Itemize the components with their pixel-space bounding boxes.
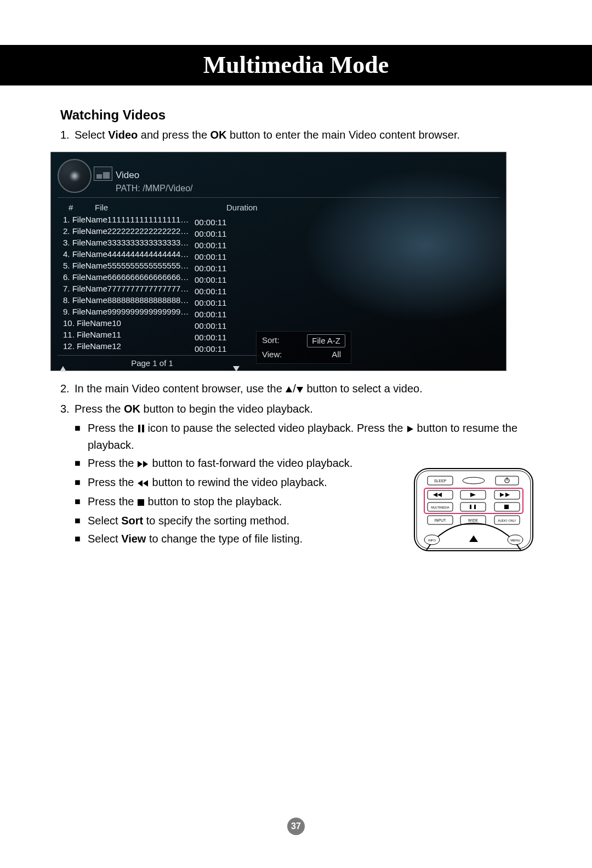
file-name: 6. FileName6666666666666666… (63, 271, 189, 283)
file-row: 8. FileName8888888888888888…00:00:11 (63, 294, 238, 306)
svg-rect-4 (138, 425, 140, 432)
file-row: 5. FileName5555555555555555…00:00:11 (63, 260, 238, 271)
file-name: 4. FileName4444444444444444… (63, 248, 189, 260)
remote-info-label: INFO (428, 539, 436, 542)
sort-view-panel: Sort: File A-Z View: All (256, 331, 351, 364)
bullet-pause-play: ■ Press the icon to pause the selected v… (75, 420, 532, 453)
instruction-list: 1. Select Video and press the OK button … (60, 127, 532, 547)
page-number-badge: 37 (287, 818, 305, 835)
bullet-stop: ■ Press the button to stop the playback. (75, 494, 367, 511)
file-row: 4. FileName4444444444444444…00:00:11 (63, 248, 238, 260)
play-icon (406, 421, 414, 437)
svg-marker-3 (297, 387, 303, 393)
stop-icon (137, 495, 145, 511)
page-title: Multimedia Mode (203, 52, 389, 78)
bullets-and-remote: ■ Press the icon to pause the selected v… (60, 420, 532, 547)
screenshot-path: PATH: /MMP/Video/ (116, 182, 192, 195)
pause-icon (137, 421, 145, 437)
svg-rect-25 (470, 505, 471, 509)
page-down-icon (233, 360, 240, 376)
file-row: 10. FileName1000:00:11 (63, 317, 238, 329)
file-name: 2. FileName2222222222222222… (63, 225, 189, 237)
file-row: 1. FileName1111111111111111…00:00:11 (63, 214, 238, 225)
step-1: 1. Select Video and press the OK button … (60, 127, 532, 143)
file-name: 7. FileName7777777777777777… (63, 283, 189, 294)
sort-row: Sort: File A-Z (260, 334, 348, 348)
page-title-bar: Multimedia Mode (0, 45, 592, 85)
svg-rect-24 (460, 502, 486, 511)
file-row: 7. FileName7777777777777777…00:00:11 (63, 283, 238, 294)
file-row: 11. FileName1100:00:11 (63, 329, 238, 340)
file-duration: 00:00:11 (195, 343, 238, 355)
file-name: 10. FileName10 (63, 317, 189, 329)
svg-rect-26 (474, 505, 476, 509)
screen-thumb-icon (94, 167, 112, 181)
down-triangle-icon (296, 382, 304, 398)
file-row: 6. FileName6666666666666666…00:00:11 (63, 271, 238, 283)
bullets-left-column: ■ Press the button to fast-forward the v… (60, 455, 367, 547)
col-header-file: File (95, 202, 108, 214)
file-name: 5. FileName5555555555555555… (63, 260, 189, 271)
svg-rect-39 (138, 499, 144, 506)
bullet-sort: ■ Select Sort to specify the sorting met… (75, 513, 367, 529)
remote-wide-label: WIDE (468, 518, 479, 522)
file-name: 11. FileName11 (63, 329, 189, 340)
svg-marker-6 (407, 426, 413, 432)
remote-audioonly-label: AUDIO ONLY (498, 519, 516, 522)
page-number: 37 (291, 821, 301, 831)
disc-icon (58, 159, 92, 193)
remote-diagram: SLEEP (410, 465, 537, 553)
remote-multimedia-label: MULTIMEDIA (431, 506, 449, 509)
bullet-rewind: ■ Press the button to rewind the video p… (75, 475, 367, 492)
video-browser-screenshot: Video PATH: /MMP/Video/ # File Duration … (50, 152, 506, 371)
remote-sleep-label: SLEEP (434, 479, 447, 483)
step-3: 3. Press the OK button to begin the vide… (60, 401, 532, 417)
svg-rect-28 (504, 505, 509, 509)
bullet-view: ■ Select View to change the type of file… (75, 531, 367, 547)
file-name: 9. FileName9999999999999999… (63, 306, 189, 317)
file-row: 9. FileName9999999999999999…00:00:11 (63, 306, 238, 317)
file-name: 12. FileName12 (63, 340, 189, 352)
file-row: 2. FileName2222222222222222…00:00:11 (63, 225, 238, 237)
pager-text: Page 1 of 1 (58, 357, 247, 369)
bullet-ffwd: ■ Press the button to fast-forward the v… (75, 455, 367, 472)
file-name: 8. FileName8888888888888888… (63, 294, 189, 306)
svg-marker-35 (138, 461, 143, 467)
file-name: 3. FileName3333333333333333… (63, 237, 189, 248)
remote-menu-label: MENU (510, 539, 520, 542)
section-heading: Watching Videos (60, 107, 532, 123)
rewind-icon (137, 476, 149, 492)
col-header-duration: Duration (226, 202, 258, 214)
file-row: 3. FileName3333333333333333…00:00:11 (63, 237, 238, 248)
fast-forward-icon (137, 456, 149, 472)
svg-marker-37 (138, 480, 143, 487)
col-header-index: # (69, 202, 73, 214)
svg-marker-38 (143, 480, 148, 487)
svg-marker-2 (286, 386, 292, 392)
svg-rect-5 (142, 425, 144, 432)
remote-input-label: INPUT (435, 518, 447, 522)
file-row: 12. FileName1200:00:11 (63, 340, 238, 352)
up-triangle-icon (285, 382, 293, 398)
svg-point-10 (463, 477, 485, 484)
step-2: 2. In the main Video content browser, us… (60, 381, 532, 398)
file-name: 1. FileName1111111111111111… (63, 214, 189, 225)
screenshot-title: Video (116, 169, 139, 182)
content-area: Watching Videos 1. Select Video and pres… (60, 102, 532, 549)
svg-marker-36 (143, 461, 148, 467)
file-list: 1. FileName1111111111111111…00:00:112. F… (63, 214, 238, 352)
svg-marker-1 (233, 366, 240, 372)
screenshot-header: Video PATH: /MMP/Video/ (55, 157, 502, 195)
view-row: View: All (260, 348, 348, 361)
